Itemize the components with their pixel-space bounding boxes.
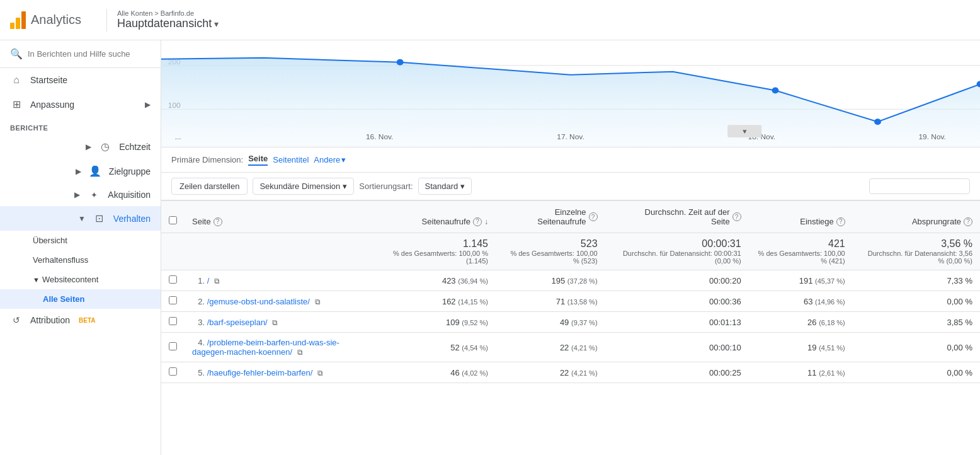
header: Analytics Alle Konten > Barfinfo.de Haup… (0, 0, 980, 40)
row-checkbox-cell (161, 270, 185, 291)
row-seitenaufrufe-value: 52 (450, 343, 459, 352)
total-absprungrate-sub: Durchschn. für Datenansicht: 3,56 % (0,0… (860, 250, 972, 265)
sort-desc-icon: ↓ (484, 217, 488, 226)
row-einstiege-value: 19 (807, 343, 816, 352)
help-icon[interactable]: ? (836, 217, 845, 226)
person-icon: 👤 (89, 165, 101, 177)
section-berichte: BERICHTE (0, 117, 161, 134)
row-seitenaufrufe-sub: (4,54 %) (462, 344, 488, 352)
row-einstiege-sub: (45,37 %) (815, 277, 845, 285)
svg-text:17. Nov.: 17. Nov. (557, 134, 584, 141)
table-search-input[interactable] (869, 178, 970, 194)
page-link[interactable]: / (207, 276, 210, 285)
sidebar-item-zielgruppe[interactable]: ▶ 👤 Zielgruppe (0, 159, 161, 183)
sort-select[interactable]: Standard ▾ (418, 178, 472, 195)
external-link-icon[interactable]: ⧉ (317, 369, 323, 377)
page-link[interactable]: /barf-speiseplan/ (207, 318, 268, 327)
row-checkbox-cell (161, 291, 185, 312)
row-absprungrate: 7,33 % (853, 270, 980, 291)
sidebar-item-uebersicht[interactable]: Übersicht (0, 231, 161, 250)
chevron-down-icon: ▾ (343, 181, 347, 191)
chevron-right-icon: ▶ (74, 190, 80, 199)
sidebar-item-label: Anpassung (30, 100, 74, 110)
external-link-icon[interactable]: ⧉ (297, 348, 303, 357)
row-einzelne-sub: (4,21 %) (571, 369, 598, 377)
row-durchschn: 00:00:20 (605, 270, 749, 291)
total-durchschn-sub: Durchschn. für Datenansicht: 00:00:31 (0… (613, 250, 741, 265)
sidebar-item-anpassung[interactable]: ⊞ Anpassung ▶ (0, 92, 161, 117)
external-link-icon[interactable]: ⧉ (272, 318, 278, 327)
dimension-andere[interactable]: Andere ▾ (314, 155, 346, 164)
select-all-checkbox[interactable] (169, 216, 177, 224)
sidebar-item-attribution[interactable]: ↺ Attribution BETA (0, 309, 161, 331)
row-checkbox[interactable] (169, 317, 177, 325)
logo-bar-1 (10, 23, 14, 29)
dimension-seite[interactable]: Seite (248, 154, 268, 166)
row-einzelne-sub: (4,21 %) (571, 344, 598, 352)
page-link[interactable]: /probleme-beim-barfen-und-was-sie-dagege… (192, 338, 339, 357)
dimension-label: Primäre Dimension: (171, 155, 243, 164)
total-seitenaufrufe: 1.145 % des Gesamtwerts: 100,00 % (1.145… (380, 233, 496, 270)
row-einzelne-sub: (37,28 %) (567, 277, 598, 285)
sidebar-item-akquisition[interactable]: ▶ ✦ Akquisition (0, 183, 161, 206)
row-seitenaufrufe: 46 (4,02 %) (380, 362, 496, 383)
secondary-dim-select[interactable]: Sekundäre Dimension ▾ (253, 178, 354, 195)
row-einstiege-value: 191 (799, 276, 813, 285)
help-icon[interactable]: ? (473, 217, 482, 226)
sidebar-sub-label: Verhaltensfluss (33, 255, 88, 265)
col-seitenaufrufe-label: Seitenaufrufe (422, 217, 470, 226)
row-absprungrate: 0,00 % (853, 362, 980, 383)
col-absprungrate: Absprungrate ? (853, 201, 980, 233)
expand-icon: ▼ (33, 276, 40, 284)
row-einstiege: 26 (6,18 %) (749, 312, 853, 333)
total-seitenaufrufe-value: 1.145 (388, 238, 488, 250)
col-checkbox (161, 201, 185, 233)
page-link[interactable]: /gemuse-obst-und-salatliste/ (207, 297, 310, 306)
sidebar-search[interactable]: 🔍 (0, 40, 161, 68)
row-page: 5. /haeufige-fehler-beim-barfen/ ⧉ (185, 362, 380, 383)
total-einzelne-sub: % des Gesamtwerts: 100,00 % (523) (503, 250, 598, 265)
row-checkbox[interactable] (169, 342, 177, 350)
help-icon[interactable]: ? (214, 217, 222, 226)
rows-button[interactable]: Zeilen darstellen (171, 178, 248, 195)
row-absprungrate-value: 7,33 % (947, 276, 972, 285)
sidebar-item-verhaltensfluss[interactable]: Verhaltensfluss (0, 250, 161, 270)
help-icon[interactable]: ? (732, 212, 741, 221)
search-input[interactable] (28, 49, 151, 59)
sort-label: Sortierungsart: (359, 181, 413, 191)
col-seitenaufrufe: Seitenaufrufe ? ↓ (380, 201, 496, 233)
row-einzelne-value: 22 (560, 368, 569, 377)
sidebar-item-websitecontent[interactable]: ▼ Websitecontent (0, 270, 161, 289)
chevron-right-icon: ▶ (76, 167, 81, 176)
help-icon[interactable]: ? (589, 212, 598, 221)
row-einzelne: 71 (13,58 %) (496, 291, 605, 312)
header-title[interactable]: Hauptdatenansicht ▾ (117, 17, 219, 30)
total-durchschn-value: 00:00:31 (613, 238, 741, 250)
help-icon[interactable]: ? (964, 217, 972, 226)
col-seite-label: Seite (192, 217, 211, 226)
row-checkbox[interactable] (169, 296, 177, 304)
total-einstiege: 421 % des Gesamtwerts: 100,00 % (421) (749, 233, 853, 270)
row-einzelne-value: 71 (556, 297, 565, 306)
secondary-dim-label: Sekundäre Dimension (259, 181, 340, 191)
row-absprungrate: 0,00 % (853, 291, 980, 312)
sidebar-item-verhalten[interactable]: ▼ ⊡ Verhalten (0, 206, 161, 231)
row-num: 4. (192, 338, 205, 347)
sidebar-item-startseite[interactable]: ⌂ Startseite (0, 68, 161, 92)
row-checkbox[interactable] (169, 275, 177, 284)
chevron-right-icon: ▶ (145, 100, 151, 109)
sidebar-item-echtzeit[interactable]: ▶ ◷ Echtzeit (0, 134, 161, 159)
row-checkbox[interactable] (169, 367, 177, 376)
page-link[interactable]: /haeufige-fehler-beim-barfen/ (207, 368, 313, 377)
sidebar-item-alle-seiten[interactable]: Alle Seiten (0, 289, 161, 309)
row-checkbox-cell (161, 333, 185, 362)
main-layout: 🔍 ⌂ Startseite ⊞ Anpassung ▶ BERICHTE ▶ … (0, 40, 980, 455)
dimension-seitentitel[interactable]: Seitentitel (273, 155, 309, 164)
row-absprungrate: 3,85 % (853, 312, 980, 333)
external-link-icon[interactable]: ⧉ (214, 277, 220, 285)
sidebar-subsub-label: Alle Seiten (43, 294, 84, 304)
row-einzelne-value: 195 (552, 276, 566, 285)
external-link-icon[interactable]: ⧉ (315, 297, 321, 306)
row-einstiege: 19 (4,51 %) (749, 333, 853, 362)
row-seitenaufrufe: 109 (9,52 %) (380, 312, 496, 333)
